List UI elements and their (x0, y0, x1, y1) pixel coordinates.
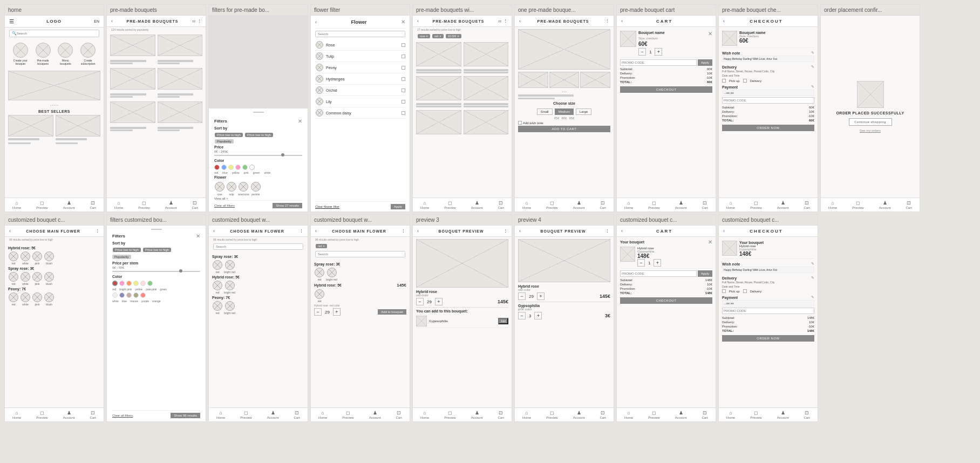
nav-cart-13[interactable]: ⊡Cart (702, 410, 708, 419)
hr-red[interactable]: red (8, 251, 19, 265)
color-green[interactable] (242, 165, 248, 170)
custom-tag-price-2[interactable]: Price low to high (143, 248, 171, 252)
size-medium[interactable]: Medium (555, 108, 574, 115)
flower-tulip-item[interactable]: Tulip (315, 51, 405, 62)
hybrid-plus[interactable]: + (333, 308, 341, 316)
nav-account-14[interactable]: ♟Account (777, 410, 789, 419)
s1-red[interactable]: red (212, 260, 223, 274)
back-arrow-prev4[interactable]: ‹ (519, 228, 521, 234)
nav-home-7[interactable]: ⌂Home (828, 200, 837, 209)
custom-edit-payment[interactable]: ✎ (811, 295, 814, 299)
custom-color-white[interactable] (112, 292, 118, 298)
nav-cart-6[interactable]: ⊡Cart (804, 200, 810, 209)
rose-checkbox[interactable] (401, 43, 405, 47)
nav-account-2[interactable]: ♟Account (165, 200, 177, 209)
flower-search-input[interactable] (318, 32, 403, 36)
pe1-bright-red[interactable]: bright red (224, 301, 235, 315)
add-to-bouquet-btn[interactable]: Add to bouquet (378, 309, 406, 315)
nav-account[interactable]: ♟Account (63, 200, 75, 209)
continue-shopping-btn[interactable]: Continue shopping (849, 118, 892, 126)
s1-bright-red[interactable]: bright red (224, 260, 235, 274)
flower-peonie[interactable]: peonie (250, 181, 261, 196)
nav-preview-6[interactable]: ◻Preview (750, 200, 761, 209)
nav-preview[interactable]: ◻Preview (36, 200, 47, 209)
home-search-input[interactable] (17, 32, 97, 35)
edit-payment-btn[interactable]: ✎ (811, 85, 814, 89)
custom-2-filter-red[interactable]: red ✕ (316, 244, 327, 248)
color-white[interactable] (249, 165, 255, 170)
custom-color-blue[interactable] (119, 292, 125, 298)
h1-bright-red[interactable]: bright red (224, 280, 235, 294)
nav-home-10[interactable]: ⌂Home (318, 410, 327, 419)
price-slider[interactable] (214, 155, 302, 156)
remove-item-icon[interactable]: ✕ (708, 31, 712, 37)
back-arrow-prev3[interactable]: ‹ (417, 228, 419, 234)
back-arrow-custom-1[interactable]: ‹ (213, 228, 215, 234)
custom-search-input-1[interactable] (216, 245, 301, 248)
menu-icon-custom-2[interactable]: ⋮ (401, 229, 405, 233)
custom-promo-input[interactable] (620, 270, 697, 277)
custom-clear-all-btn[interactable]: Clear all filters (112, 414, 133, 417)
nav-account-3[interactable]: ♟Account (471, 200, 483, 209)
nav-home-5[interactable]: ⌂Home (624, 200, 633, 209)
color-blue[interactable] (221, 165, 227, 170)
nav-preview-3[interactable]: ◻Preview (444, 200, 455, 209)
mono-nav[interactable]: Mono bouquets (57, 43, 73, 65)
edit-wish-note-btn[interactable]: ✎ (811, 51, 814, 55)
filter-tag-rose[interactable]: rose ✕ (418, 34, 430, 38)
checkout-btn[interactable]: CHECKOUT (620, 86, 712, 93)
custom-color-orange[interactable] (140, 292, 146, 298)
custom-pickup-cb[interactable] (722, 289, 726, 293)
nav-home-2[interactable]: ⌂Home (114, 200, 123, 209)
prev3-plus[interactable]: + (435, 298, 443, 305)
nav-cart-8[interactable]: ⊡Cart (90, 410, 96, 419)
gyp-plus[interactable]: + (534, 312, 542, 319)
nav-home-6[interactable]: ⌂Home (726, 200, 735, 209)
tag-price-low-high[interactable]: Price low to high (215, 133, 243, 137)
sr-white[interactable]: white (20, 271, 31, 285)
hamburger-icon[interactable]: ☰ (9, 18, 14, 24)
qty-plus-btn[interactable]: + (655, 48, 662, 56)
see-orders-link[interactable]: See my orders (860, 129, 881, 132)
nav-preview-4[interactable]: ◻Preview (546, 200, 557, 209)
flower-search[interactable] (315, 31, 405, 37)
menu-icon[interactable]: ⋮ (198, 19, 201, 23)
nav-cart-11[interactable]: ⊡Cart (498, 410, 504, 419)
nav-cart-3[interactable]: ⊡Cart (498, 200, 504, 209)
s2-bright-red[interactable]: bright red (326, 267, 337, 281)
subscription-nav[interactable]: Create subscription (80, 43, 96, 65)
nav-home-4[interactable]: ⌂Home (522, 200, 531, 209)
tag-popularity[interactable]: Popularity (215, 139, 234, 144)
p-white[interactable]: white (20, 292, 31, 306)
custom-show-results-btn[interactable]: Show 96 results (171, 413, 200, 418)
size-small[interactable]: Small (537, 108, 553, 115)
menu-icon-custom[interactable]: ⋮ (96, 229, 99, 233)
p-blush[interactable]: blush (44, 292, 55, 306)
orchid-checkbox[interactable] (401, 88, 405, 92)
hydrangea-checkbox[interactable] (401, 77, 405, 81)
flower-rose[interactable]: rose (214, 181, 225, 196)
nav-home-11[interactable]: ⌂Home (420, 410, 429, 419)
flower-rose-item[interactable]: Rose (315, 39, 405, 51)
custom-color-green[interactable] (147, 281, 153, 286)
language-toggle[interactable]: EN (94, 19, 99, 23)
nav-preview-10[interactable]: ◻Preview (342, 410, 353, 419)
p-red[interactable]: red (8, 292, 19, 306)
color-yellow[interactable] (228, 165, 234, 170)
flower-anemone[interactable]: anemone (238, 181, 249, 196)
promo-input[interactable] (620, 59, 697, 66)
clear-all-btn[interactable]: Clear all filters (214, 204, 235, 207)
qty-minus-btn[interactable]: − (638, 48, 646, 56)
hr-blush[interactable]: blush (44, 251, 55, 265)
nav-preview-5[interactable]: ◻Preview (648, 200, 659, 209)
menu-icon-prev4[interactable]: ⋮ (605, 229, 609, 233)
custom-tag-price[interactable]: Price low to high (113, 248, 141, 252)
nav-preview-9[interactable]: ◻Preview (240, 410, 251, 419)
flower-hydrangea-item[interactable]: Hydrangea (315, 73, 405, 85)
lily-checkbox[interactable] (401, 100, 405, 104)
back-arrow-checkout[interactable]: ‹ (723, 18, 725, 24)
promo-apply-btn[interactable]: Apply (698, 59, 712, 66)
s2-red[interactable]: red (314, 267, 325, 281)
delivery-checkbox[interactable] (743, 79, 747, 83)
nav-cart-5[interactable]: ⊡Cart (702, 200, 708, 209)
